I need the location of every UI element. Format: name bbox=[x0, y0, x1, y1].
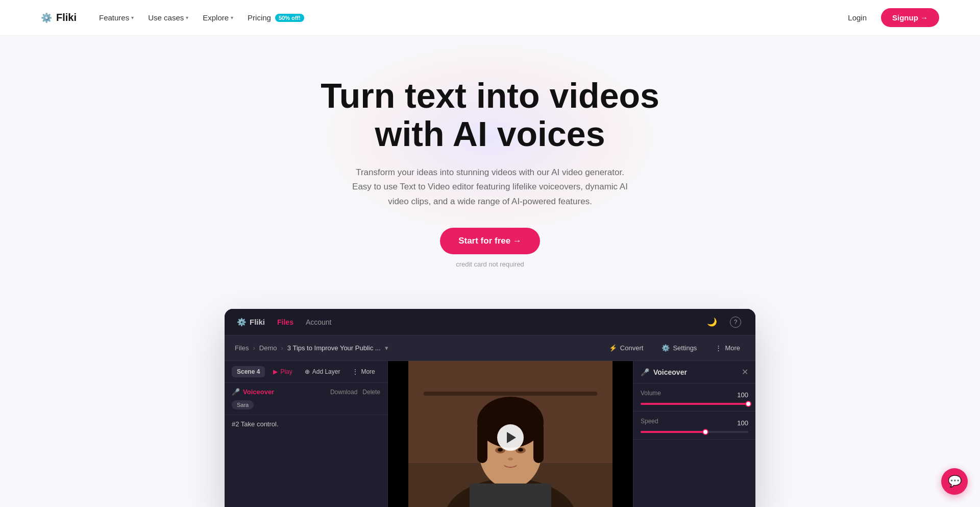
hero-note: credit card not required bbox=[10, 260, 970, 268]
svg-point-12 bbox=[518, 448, 523, 452]
volume-slider[interactable] bbox=[641, 403, 748, 405]
play-overlay-button[interactable] bbox=[497, 424, 524, 451]
start-free-button[interactable]: Start for free → bbox=[440, 228, 540, 254]
nav-features[interactable]: Features ▾ bbox=[93, 9, 140, 26]
voiceover-panel-title: 🎤 Voiceover bbox=[641, 368, 687, 376]
mic-panel-icon: 🎤 bbox=[641, 368, 649, 376]
chat-button[interactable]: 💬 bbox=[941, 468, 968, 495]
signup-button[interactable]: Signup → bbox=[881, 8, 939, 27]
nav-right: Login Signup → bbox=[842, 8, 939, 27]
chat-icon: 💬 bbox=[948, 475, 962, 488]
chevron-down-icon: ▾ bbox=[385, 344, 388, 352]
settings-button[interactable]: ⚙️ Settings bbox=[656, 342, 702, 354]
voiceover-title: 🎤 Voiceover bbox=[232, 388, 274, 396]
help-button[interactable]: ? bbox=[728, 315, 743, 330]
more-button[interactable]: ⋮ More bbox=[710, 342, 745, 354]
logo-text: Fliki bbox=[56, 12, 77, 23]
add-layer-button[interactable]: ⊕ Add Layer bbox=[301, 366, 345, 377]
app-nav-account[interactable]: Account bbox=[306, 318, 332, 326]
download-button[interactable]: Download bbox=[330, 389, 357, 396]
voiceover-panel-close[interactable]: ✕ bbox=[742, 367, 748, 377]
speed-label: Speed bbox=[641, 418, 658, 425]
chevron-down-icon: ▾ bbox=[186, 15, 188, 20]
speed-value: 100 bbox=[737, 419, 748, 427]
nav-explore[interactable]: Explore ▾ bbox=[197, 9, 239, 26]
left-panel: Scene 4 ▶ Play ⊕ Add Layer ⋮ More 🎤 bbox=[225, 361, 388, 507]
volume-field: Volume 100 bbox=[633, 383, 755, 412]
hero-subtitle: Transform your ideas into stunning video… bbox=[347, 165, 633, 210]
take-text: #2 Take control. bbox=[232, 420, 380, 428]
convert-icon: ⚡ bbox=[609, 344, 617, 352]
play-icon: ▶ bbox=[273, 368, 278, 375]
volume-label: Volume bbox=[641, 390, 661, 397]
nav-links: Features ▾ Use cases ▾ Explore ▾ Pricing… bbox=[93, 9, 310, 26]
logo[interactable]: ⚙️ Fliki bbox=[41, 12, 77, 23]
breadcrumb-sep-1: › bbox=[253, 344, 255, 352]
play-button[interactable]: ▶ Play bbox=[269, 366, 296, 377]
svg-point-13 bbox=[508, 457, 513, 461]
breadcrumb-sep-2: › bbox=[281, 344, 283, 352]
speed-row: Speed 100 bbox=[641, 418, 748, 428]
speed-field: Speed 100 bbox=[633, 412, 755, 440]
mic-icon: 🎤 bbox=[232, 388, 240, 396]
logo-icon: ⚙️ bbox=[41, 12, 52, 23]
dark-mode-button[interactable]: 🌙 bbox=[704, 315, 720, 330]
more-dots-icon: ⋮ bbox=[352, 368, 358, 375]
svg-rect-14 bbox=[470, 484, 551, 507]
video-preview bbox=[388, 361, 633, 507]
speaker-tag[interactable]: Sara bbox=[232, 400, 254, 409]
convert-button[interactable]: ⚡ Convert bbox=[604, 342, 649, 354]
scene-label: Scene 4 bbox=[232, 366, 265, 377]
hero-title: Turn text into videos with AI voices bbox=[10, 77, 970, 153]
volume-value: 100 bbox=[737, 391, 748, 399]
svg-rect-2 bbox=[424, 392, 597, 396]
breadcrumb-file[interactable]: 3 Tips to Improve Your Public ... ▾ bbox=[287, 344, 388, 352]
scene-toolbar: Scene 4 ▶ Play ⊕ Add Layer ⋮ More bbox=[225, 361, 387, 383]
login-button[interactable]: Login bbox=[842, 9, 873, 26]
voiceover-item: 🎤 Voiceover Download Delete Sara bbox=[225, 383, 387, 415]
volume-row: Volume 100 bbox=[641, 390, 748, 400]
app-logo[interactable]: ⚙️ Fliki bbox=[237, 318, 265, 327]
app-preview: ⚙️ Fliki Files Account 🌙 ? Files › Demo … bbox=[225, 309, 755, 507]
breadcrumb-demo[interactable]: Demo bbox=[259, 344, 277, 352]
volume-slider-thumb[interactable] bbox=[745, 401, 751, 407]
breadcrumb-files[interactable]: Files bbox=[235, 344, 249, 352]
voiceover-panel-header: 🎤 Voiceover ✕ bbox=[633, 361, 755, 383]
voiceover-header: 🎤 Voiceover Download Delete bbox=[232, 388, 380, 396]
editor-area: Scene 4 ▶ Play ⊕ Add Layer ⋮ More 🎤 bbox=[225, 361, 755, 507]
more-icon: ⋮ bbox=[715, 344, 722, 352]
svg-rect-7 bbox=[477, 422, 487, 463]
svg-point-11 bbox=[498, 448, 503, 452]
delete-button[interactable]: Delete bbox=[362, 389, 380, 396]
breadcrumb-bar: Files › Demo › 3 Tips to Improve Your Pu… bbox=[225, 335, 755, 361]
speed-slider-fill bbox=[641, 431, 705, 433]
settings-icon: ⚙️ bbox=[662, 344, 670, 352]
main-nav: ⚙️ Fliki Features ▾ Use cases ▾ Explore … bbox=[0, 0, 980, 36]
svg-rect-8 bbox=[533, 422, 544, 463]
app-nav-left: ⚙️ Fliki Files Account bbox=[237, 318, 332, 327]
nav-left: ⚙️ Fliki Features ▾ Use cases ▾ Explore … bbox=[41, 9, 310, 26]
chevron-down-icon: ▾ bbox=[231, 15, 233, 20]
app-navbar: ⚙️ Fliki Files Account 🌙 ? bbox=[225, 309, 755, 335]
hero-section: Turn text into videos with AI voices Tra… bbox=[0, 36, 980, 288]
nav-use-cases[interactable]: Use cases ▾ bbox=[142, 9, 194, 26]
breadcrumb-actions: ⚡ Convert ⚙️ Settings ⋮ More bbox=[604, 342, 745, 354]
more-scene-button[interactable]: ⋮ More bbox=[348, 366, 379, 377]
volume-slider-fill bbox=[641, 403, 748, 405]
speed-slider[interactable] bbox=[641, 431, 748, 433]
speed-slider-thumb[interactable] bbox=[702, 429, 708, 435]
voiceover-actions: Download Delete bbox=[330, 389, 380, 396]
app-nav-right: 🌙 ? bbox=[704, 315, 743, 330]
play-triangle-icon bbox=[507, 432, 516, 443]
voiceover-panel: 🎤 Voiceover ✕ Volume 100 Speed 100 bbox=[633, 361, 755, 507]
app-logo-icon: ⚙️ bbox=[237, 318, 247, 327]
take-control: #2 Take control. bbox=[225, 415, 387, 433]
pricing-badge: 50% off! bbox=[275, 14, 304, 22]
plus-icon: ⊕ bbox=[305, 368, 310, 375]
breadcrumb: Files › Demo › 3 Tips to Improve Your Pu… bbox=[235, 344, 388, 352]
app-nav-files[interactable]: Files bbox=[277, 318, 293, 326]
nav-pricing[interactable]: Pricing 50% off! bbox=[241, 9, 310, 26]
chevron-down-icon: ▾ bbox=[131, 15, 134, 20]
